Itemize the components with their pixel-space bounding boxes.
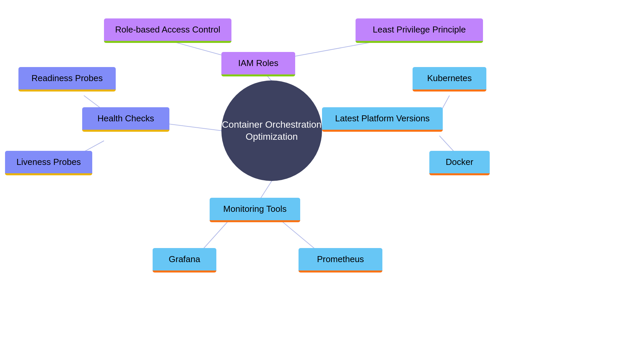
node-kubernetes[interactable]: Kubernetes (413, 67, 486, 92)
lpp-label: Least Privilege Principle (373, 24, 466, 35)
grafana-label: Grafana (169, 254, 200, 264)
node-lpp[interactable]: Least Privilege Principle (356, 18, 483, 43)
rbac-label: Role-based Access Control (115, 24, 220, 35)
node-health[interactable]: Health Checks (82, 107, 169, 132)
node-iam[interactable]: IAM Roles (221, 52, 295, 76)
readiness-label: Readiness Probes (32, 73, 103, 83)
monitoring-label: Monitoring Tools (223, 204, 287, 214)
svg-line-3 (169, 124, 222, 131)
kubernetes-label: Kubernetes (427, 73, 472, 83)
node-grafana[interactable]: Grafana (153, 248, 216, 273)
node-liveness[interactable]: Liveness Probes (5, 151, 92, 175)
liveness-label: Liveness Probes (16, 157, 81, 167)
center-label: Container Orchestration Optimization (221, 119, 322, 143)
center-node: Container Orchestration Optimization (221, 80, 322, 181)
health-label: Health Checks (97, 113, 154, 124)
iam-label: IAM Roles (238, 58, 278, 68)
node-readiness[interactable]: Readiness Probes (18, 67, 116, 92)
node-lpv[interactable]: Latest Platform Versions (322, 107, 443, 132)
svg-line-2 (282, 40, 382, 59)
prometheus-label: Prometheus (317, 254, 364, 264)
node-prometheus[interactable]: Prometheus (299, 248, 382, 273)
docker-label: Docker (446, 157, 473, 167)
lpv-label: Latest Platform Versions (335, 113, 430, 124)
node-rbac[interactable]: Role-based Access Control (104, 18, 231, 43)
node-docker[interactable]: Docker (429, 151, 490, 175)
node-monitoring[interactable]: Monitoring Tools (210, 198, 300, 222)
